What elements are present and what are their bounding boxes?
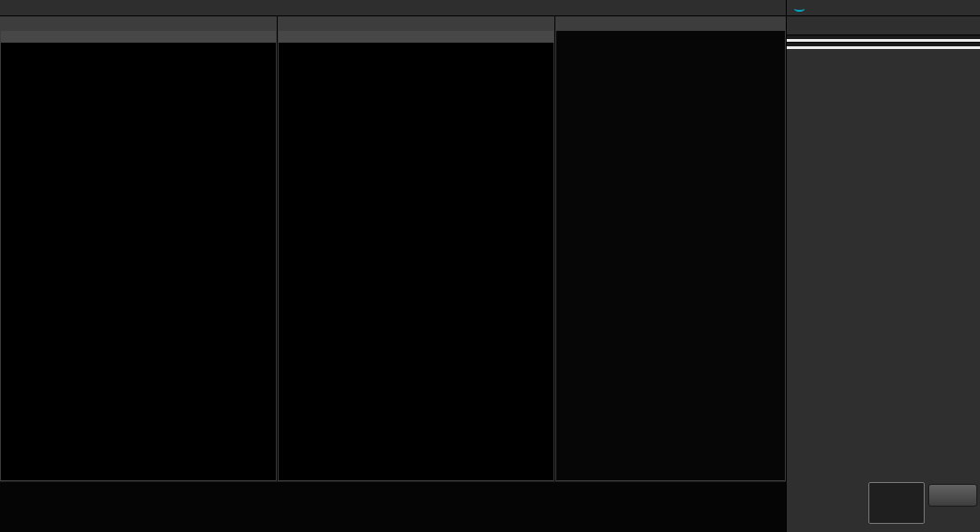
- oscilloscope-app: [0, 0, 980, 532]
- offline-button[interactable]: [928, 484, 977, 507]
- plot1-titlebar[interactable]: [279, 17, 554, 31]
- add-new-button-grid: [787, 27, 980, 34]
- waveform-view-panel: [555, 16, 786, 481]
- right-panel: [786, 0, 980, 532]
- plot3-column-headers: [1, 31, 276, 43]
- plot1-panel: [278, 16, 554, 481]
- meas2-results-section: [787, 42, 980, 49]
- plot1-column-headers: [279, 31, 554, 43]
- menu-edit[interactable]: [22, 6, 40, 10]
- horizontal-scale-value: [869, 486, 924, 490]
- waveform-view-titlebar[interactable]: [556, 17, 785, 31]
- meas2-table: [787, 46, 980, 49]
- menu-help[interactable]: [58, 6, 76, 10]
- tektronix-logo: [791, 2, 805, 15]
- waveform-display[interactable]: [556, 31, 785, 480]
- plot3-titlebar[interactable]: [1, 17, 276, 31]
- brand-bar: [787, 0, 980, 16]
- horizontal-settings[interactable]: [868, 482, 925, 524]
- channel-bar: [0, 481, 786, 532]
- add-new-heading: [787, 16, 980, 27]
- plot3-panel: [0, 16, 277, 481]
- menu-file[interactable]: [4, 6, 22, 10]
- menu-bar: [0, 0, 786, 16]
- menu-utility[interactable]: [40, 6, 58, 10]
- meas1-results-section: [787, 34, 980, 42]
